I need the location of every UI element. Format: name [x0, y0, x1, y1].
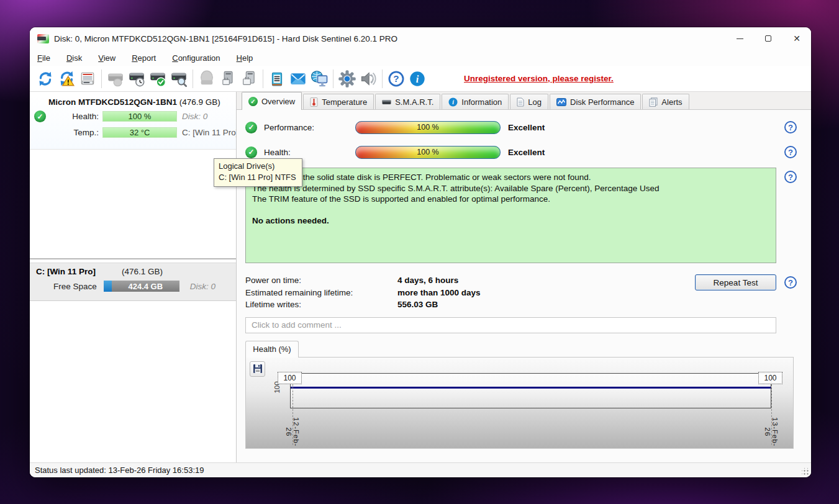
toolbar-separator: [333, 70, 333, 88]
disk-schedule-icon[interactable]: [126, 68, 147, 89]
tab-smart[interactable]: S.M.A.R.T.: [375, 94, 440, 109]
disk-icon: [382, 99, 391, 105]
disk-status-text: The status of the solid state disk is PE…: [245, 168, 776, 263]
menu-view[interactable]: View: [98, 53, 116, 63]
no-actions-text: No actions needed.: [252, 215, 769, 227]
tab-log[interactable]: Log: [510, 94, 548, 109]
sound-icon[interactable]: [358, 68, 379, 89]
svg-text:i: i: [416, 73, 419, 84]
temp-label: Temp.:: [53, 128, 99, 137]
health-help-icon[interactable]: ?: [784, 146, 797, 158]
disk-disabled-icon[interactable]: [196, 68, 217, 89]
status-text: Status last updated: 13-Feb-26 Friday 16…: [35, 466, 204, 475]
chart-plot-area: [290, 373, 771, 408]
refresh-icon[interactable]: [35, 68, 56, 89]
svg-text:i: i: [452, 99, 454, 106]
lifetime-stats: Power on time:4 days, 6 hours Estimated …: [245, 274, 481, 311]
disk-title: Micron MTFDKCD512QGN-1BN1 (476.9 GB): [30, 97, 236, 107]
used-space-segment: [104, 281, 112, 292]
performance-ok-icon: ✓: [245, 122, 257, 133]
pages-icon: [649, 97, 658, 107]
help-icon[interactable]: ?: [386, 68, 407, 89]
info-icon[interactable]: i: [407, 68, 428, 89]
floppy-save-icon: [253, 364, 263, 374]
volume-label: C: [Win 11 Pro]: [181, 128, 236, 137]
maximize-button[interactable]: [754, 27, 782, 50]
menu-file[interactable]: File: [37, 53, 50, 63]
partition-disk-number: Disk: 0: [189, 282, 215, 291]
resize-grip[interactable]: [802, 468, 809, 475]
disk-list-item[interactable]: Micron MTFDKCD512QGN-1BN1 (476.9 GB) ✓ H…: [30, 94, 236, 150]
menu-report[interactable]: Report: [132, 53, 156, 63]
performance-rating: Excellent: [508, 123, 545, 132]
repeat-test-help-icon[interactable]: ?: [784, 276, 797, 289]
tab-overview[interactable]: ✓ Overview: [242, 92, 302, 110]
performance-help-icon[interactable]: ?: [784, 121, 797, 133]
log-icon[interactable]: [266, 68, 288, 89]
settings-gear-icon[interactable]: [337, 68, 358, 89]
app-icon: [37, 34, 49, 43]
document-icon: [517, 97, 524, 107]
svg-text:?: ?: [393, 73, 399, 84]
toolbar-separator: [382, 70, 383, 88]
disk-number: Disk: 0: [181, 112, 236, 121]
disk-ok-icon: ✓: [34, 110, 46, 122]
x-axis-label-right: 13-Feb-26: [764, 413, 779, 451]
window-title: Disk: 0, Micron MTFDKCD512QGN-1BN1 [2516…: [54, 34, 397, 43]
status-bar: Status last updated: 13-Feb-26 Friday 16…: [30, 462, 811, 477]
save-chart-button[interactable]: [250, 361, 265, 377]
disk-list: Micron MTFDKCD512QGN-1BN1 (476.9 GB) ✓ H…: [30, 92, 236, 259]
disk-remove-icon[interactable]: [217, 68, 238, 89]
menu-help[interactable]: Help: [237, 53, 253, 63]
maximize-icon: [765, 35, 771, 42]
disk-eject-icon[interactable]: [238, 68, 260, 89]
refresh-warning-icon[interactable]: [56, 68, 77, 89]
overview-tab-icon: ✓: [248, 97, 258, 106]
repeat-test-button[interactable]: Repeat Test: [695, 274, 776, 290]
network-icon[interactable]: [309, 68, 330, 89]
disk-sidebar: Micron MTFDKCD512QGN-1BN1 (476.9 GB) ✓ H…: [30, 92, 237, 462]
minimize-icon: [737, 38, 743, 39]
minimize-button[interactable]: [725, 27, 754, 50]
partition-name: C: [Win 11 Pro]: [36, 267, 96, 276]
data-point-label-left: 100: [278, 372, 302, 384]
info-icon: i: [448, 97, 458, 107]
unregistered-link[interactable]: Unregistered version, please register.: [464, 74, 614, 83]
disk-test-ok-icon[interactable]: [147, 68, 168, 89]
app-window: Disk: 0, Micron MTFDKCD512QGN-1BN1 [2516…: [30, 27, 811, 477]
menubar: File Disk View Report Configuration Help: [30, 50, 811, 66]
health-rating: Excellent: [508, 148, 545, 157]
tab-information[interactable]: i Information: [442, 94, 509, 109]
report-icon[interactable]: [77, 68, 98, 89]
free-space-bar: 424.4 GB: [104, 281, 179, 292]
tab-alerts[interactable]: Alerts: [642, 94, 689, 109]
health-chart-tab[interactable]: Health (%): [245, 341, 299, 358]
overview-page: ✓ Performance: 100 % Excellent ? ✓ Healt…: [237, 110, 811, 462]
free-space-value: 424.4 GB: [112, 281, 179, 292]
mail-icon[interactable]: [288, 68, 309, 89]
temp-bar: 32 °C: [102, 127, 177, 138]
data-point-label-right: 100: [758, 372, 782, 384]
main-area: Micron MTFDKCD512QGN-1BN1 (476.9 GB) ✓ H…: [30, 92, 811, 462]
status-help-icon[interactable]: ?: [784, 171, 797, 183]
toolbar-separator: [193, 70, 193, 88]
partition-size: (476.1 GB): [122, 267, 163, 276]
health-meter: 100 %: [355, 146, 501, 159]
comment-input[interactable]: [245, 317, 776, 333]
thermometer-icon: [310, 97, 318, 107]
partition-list-item[interactable]: C: [Win 11 Pro](476.1 GB) Free Space 424…: [30, 263, 236, 301]
logical-drive-tooltip: Logical Drive(s) C: [Win 11 Pro] NTFS: [214, 158, 302, 187]
performance-meter: 100 %: [355, 121, 501, 134]
disk-acoustic-icon[interactable]: [105, 68, 126, 89]
toolbar: ? i Unregistered version, please registe…: [30, 66, 811, 92]
tab-temperature[interactable]: Temperature: [303, 94, 374, 109]
x-axis-label-left: 12-Feb-26: [285, 413, 300, 451]
titlebar: Disk: 0, Micron MTFDKCD512QGN-1BN1 [2516…: [30, 27, 811, 50]
performance-label: Performance:: [264, 123, 355, 132]
performance-chart-icon: [556, 98, 566, 106]
close-button[interactable]: ✕: [782, 27, 811, 50]
tab-disk-performance[interactable]: Disk Performance: [550, 94, 641, 109]
menu-disk[interactable]: Disk: [66, 53, 82, 63]
disk-analyse-icon[interactable]: [168, 68, 189, 89]
menu-configuration[interactable]: Configuration: [172, 53, 220, 63]
